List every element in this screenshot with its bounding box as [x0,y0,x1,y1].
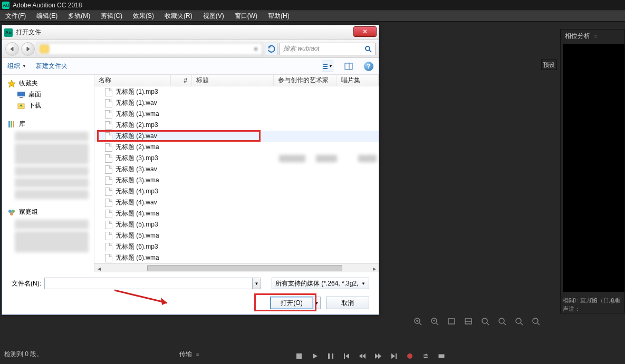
file-icon [105,210,112,218]
loop-icon[interactable] [422,352,429,360]
file-icon [105,88,112,96]
file-name: 无标题 (1).wma [116,110,159,119]
cancel-button[interactable]: 取消 [326,297,369,309]
svg-marker-32 [11,47,13,51]
zoom-out-icon[interactable] [430,317,439,326]
pause-icon[interactable] [327,352,334,360]
filename-input[interactable] [44,278,253,289]
svg-line-25 [487,323,489,325]
panel-menu-icon[interactable]: ≡ [594,33,598,39]
file-row[interactable]: 无标题 (6).wma [94,252,379,263]
address-breadcrumb[interactable]: ▾ [37,43,263,55]
file-row[interactable]: 无标题 (4).wma [94,208,379,219]
phase-channel-label: 声道： [563,306,580,312]
menu-view[interactable]: 视图(V) [198,12,229,21]
open-button-dropdown[interactable]: ▼ [313,297,321,309]
file-row[interactable]: 无标题 (1).wma [94,109,379,120]
file-name: 无标题 (2).mp3 [116,121,158,130]
app-menubar[interactable]: 文件(F) 编辑(E) 多轨(M) 剪辑(C) 效果(S) 收藏夹(R) 视图(… [0,11,625,22]
phase-mode-value[interactable]: 直方图（日志幅 [580,297,621,303]
zoom-in-amp-icon[interactable] [514,317,524,326]
horizontal-scrollbar[interactable]: ◂▸ [94,263,379,272]
zoom-full-icon[interactable] [447,317,456,326]
menu-multitrack[interactable]: 多轨(M) [63,12,95,21]
file-row[interactable]: 无标题 (2).wav [94,131,379,142]
open-button[interactable]: 打开(O) [270,297,313,309]
col-title[interactable]: 标题 [192,75,274,86]
sidebar-homegroup[interactable]: 家庭组 [2,206,94,218]
svg-rect-4 [344,353,345,359]
file-row[interactable]: 无标题 (5).mp3 [94,219,379,230]
col-number[interactable]: # [171,75,192,86]
file-row[interactable]: 无标题 (3).mp3 [94,153,379,164]
menu-favorites[interactable]: 收藏夹(R) [159,12,198,21]
stop-icon[interactable] [295,352,303,360]
file-name: 无标题 (1).wav [116,99,157,107]
zoom-out-amp-icon[interactable] [531,317,541,326]
file-row[interactable]: 无标题 (3).wma [94,175,379,186]
rewind-icon[interactable] [359,352,366,360]
file-icon [105,232,112,240]
skip-start-icon[interactable] [343,352,350,360]
refresh-button[interactable] [265,43,277,55]
file-row[interactable]: 无标题 (4).wav [94,197,379,208]
col-artist[interactable]: 参与创作的艺术家 [274,75,337,86]
organize-button[interactable]: 组织▼ [7,62,26,71]
downloads-icon [17,102,25,110]
file-row[interactable]: 无标题 (1).wav [94,97,379,109]
phase-display [563,44,624,292]
nav-forward-button[interactable] [21,42,35,56]
menu-help[interactable]: 帮助(H) [263,12,295,21]
svg-rect-21 [448,319,455,324]
file-icon [105,110,112,119]
menu-clip[interactable]: 剪辑(C) [95,12,128,21]
nav-back-button[interactable] [5,42,19,56]
preset-button[interactable]: 预设 [541,60,557,70]
svg-marker-6 [359,353,362,359]
forward-icon[interactable] [374,352,382,360]
dialog-nav-bar: ▾ 搜索 wubiaot [2,40,379,58]
play-icon[interactable] [311,352,319,360]
help-icon[interactable]: ? [364,62,373,71]
svg-marker-10 [391,353,395,359]
file-name: 无标题 (4).mp3 [116,187,158,196]
col-name[interactable]: 名称 [94,75,171,86]
filetype-select[interactable]: 所有支持的媒体 (*.264, *.3g2,▼ [272,278,369,289]
sidebar-libraries[interactable]: 库 [2,119,94,130]
zoom-in-icon[interactable] [413,317,422,326]
view-mode-button[interactable]: ▼ [322,61,333,72]
file-icon [105,221,112,229]
new-folder-button[interactable]: 新建文件夹 [36,62,68,71]
svg-rect-0 [296,353,302,359]
menu-edit[interactable]: 编辑(E) [31,12,63,21]
sidebar-desktop[interactable]: 桌面 [2,89,94,100]
transport-menu-icon[interactable]: ≡ [196,351,199,357]
file-row[interactable]: 无标题 (2).wma [94,142,379,153]
file-row[interactable]: 无标题 (6).mp3 [94,241,379,252]
file-row[interactable]: 无标题 (2).mp3 [94,120,379,131]
menu-file[interactable]: 文件(F) [0,12,31,21]
dialog-titlebar[interactable]: Au 打开文件 ✕ [2,25,379,40]
col-album[interactable]: 唱片集 [337,75,379,86]
skip-end-icon[interactable] [390,352,398,360]
file-name: 无标题 (1).mp3 [116,87,158,96]
skip-selection-icon[interactable] [438,352,445,360]
record-icon[interactable] [406,352,414,360]
file-row[interactable]: 无标题 (3).wav [94,164,379,175]
sidebar-downloads[interactable]: 下载 [2,100,94,111]
close-button[interactable]: ✕ [353,26,377,37]
file-list-header[interactable]: 名称 # 标题 参与创作的艺术家 唱片集 [94,75,379,86]
search-input[interactable]: 搜索 wubiaot [280,43,376,55]
file-row[interactable]: 无标题 (4).mp3 [94,186,379,197]
file-row[interactable]: 无标题 (5).wma [94,230,379,241]
menu-effect[interactable]: 效果(S) [128,12,159,21]
zoom-in-time-icon[interactable] [480,317,490,326]
zoom-out-time-icon[interactable] [497,317,507,326]
file-row[interactable]: 无标题 (1).mp3 [94,86,379,97]
open-file-dialog: Au 打开文件 ✕ ▾ 搜索 wubiaot 组织▼ 新建文件夹 ▼ [2,25,379,315]
menu-window[interactable]: 窗口(W) [229,12,263,21]
sidebar-favorites[interactable]: 收藏夹 [2,78,94,89]
zoom-sel-icon[interactable] [464,317,473,326]
filename-dropdown-button[interactable]: ▼ [253,278,261,289]
preview-pane-button[interactable] [343,61,354,72]
